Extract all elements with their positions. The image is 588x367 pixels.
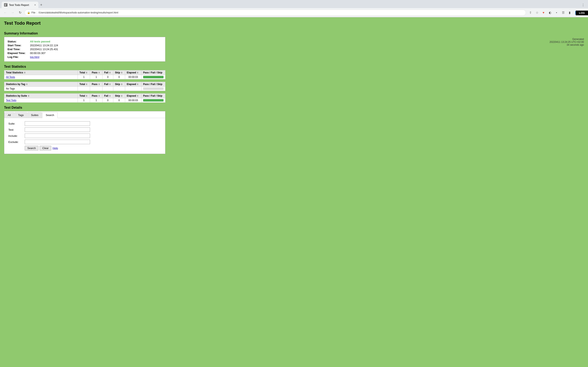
share-button[interactable]: ⇧ (527, 10, 533, 16)
tag-stats-col-bar: Pass / Fail / Skip (141, 82, 165, 87)
test-input[interactable] (25, 127, 90, 132)
no-tags-total (78, 87, 90, 91)
address-text: /Users/abdulwahid/Workspace/todo-automat… (38, 11, 118, 14)
test-todo-total: 1 (78, 98, 90, 103)
exclude-row: Exclude: (8, 140, 161, 144)
suite-stats-col-total: Total ⇕ (78, 94, 90, 98)
total-stats-col-pass: Pass ⇕ (90, 70, 103, 75)
tab-close-button[interactable]: × (34, 3, 36, 7)
test-label: Test: (8, 128, 25, 131)
no-tags-cell: No Tags (4, 87, 78, 91)
suite-stats-col-elapsed: Elapsed ⇕ (125, 94, 141, 98)
search-button[interactable]: Search (25, 146, 38, 150)
summary-end-value: 20220411 13:24:25.431 (30, 48, 58, 51)
test-todo-fail: 0 (103, 98, 113, 103)
summary-start-row: Start Time: 20220411 13:24:22.124 (8, 43, 162, 47)
extension-heart-button[interactable]: ♥ (541, 10, 546, 16)
all-tests-elapsed: 00:00:03 (125, 75, 141, 79)
table-row: Test Todo 1 1 0 0 00:00:03 (4, 98, 165, 103)
browser-menu-icon[interactable]: ⋮ (581, 3, 585, 7)
include-row: Include: (8, 133, 161, 138)
all-tests-link[interactable]: All Tests (4, 75, 78, 79)
page-title: Test Todo Report (4, 21, 41, 26)
page-info-icon[interactable]: 🔒 (27, 11, 30, 14)
suite-input[interactable] (25, 121, 90, 126)
pass-bar-container (143, 87, 164, 90)
profile-button[interactable]: ◐ (547, 10, 553, 16)
total-statistics-table: Total Statistics ⇕ Total ⇕ Pass ⇕ Fail ⇕… (4, 70, 165, 79)
summary-elapsed-value: 00:00:03.307 (30, 52, 45, 55)
extensions-button[interactable]: ☰ (560, 10, 566, 16)
tab-tags[interactable]: Tags (15, 112, 27, 118)
address-bar[interactable]: 🔒 File | /Users/abdulwahid/Workspace/tod… (25, 9, 526, 16)
tag-stats-col-total: Total ⇕ (78, 82, 90, 87)
generated-ago: 34 seconds ago (550, 43, 584, 46)
summary-box: Status: All tests passed Start Time: 202… (4, 37, 165, 62)
generated-label: Generated (550, 38, 584, 41)
tab-bar: Test Todo Report × + ⋮ (0, 0, 588, 8)
include-input[interactable] (25, 133, 90, 138)
test-row: Test: (8, 127, 161, 132)
search-form: Suite: Test: Include: Exclude: Search Cl… (4, 118, 165, 154)
svg-rect-3 (4, 6, 7, 6)
summary-status-row: Status: All tests passed (8, 40, 162, 43)
all-tests-total: 1 (78, 75, 90, 79)
tab-all[interactable]: All (4, 112, 14, 118)
extension-dot-button[interactable]: • (554, 10, 559, 16)
tabs-row: All Tags Suites Search (4, 111, 165, 118)
total-stats-col-total: Total ⇕ (78, 70, 90, 75)
all-tests-skip: 0 (113, 75, 125, 79)
log-button[interactable]: LOG (576, 11, 588, 15)
tab-title: Test Todo Report (9, 3, 29, 7)
suite-label: Suite: (8, 122, 25, 125)
test-todo-link[interactable]: Test Todo (4, 98, 78, 103)
test-details-box: All Tags Suites Search Suite: Test: Incl… (4, 111, 165, 154)
test-todo-pass: 1 (90, 98, 103, 103)
sidebar-button[interactable]: ▮ (567, 10, 572, 16)
suite-stats-col-skip: Skip ⇕ (113, 94, 125, 98)
generated-info: Generated 20220411 13:24:25 UTC+02:00 34… (550, 38, 584, 46)
total-stats-col-bar: Pass / Fail / Skip (141, 70, 165, 75)
summary-status-label: Status: (8, 40, 30, 43)
reload-button[interactable]: ↻ (17, 10, 23, 16)
test-todo-skip: 0 (113, 98, 125, 103)
bookmark-button[interactable]: ☆ (534, 10, 540, 16)
active-tab[interactable]: Test Todo Report × (2, 2, 38, 8)
no-tags-bar (141, 87, 165, 91)
tab-search[interactable]: Search (42, 112, 58, 118)
all-tests-fail: 0 (103, 75, 113, 79)
tag-stats-col-fail: Fail ⇕ (103, 82, 113, 87)
summary-start-label: Start Time: (8, 44, 30, 47)
summary-logfile-label: Log File: (8, 55, 30, 58)
total-stats-col-name: Total Statistics ⇕ (4, 70, 78, 75)
summary-section-title: Summary Information (4, 32, 584, 35)
test-todo-bar (141, 98, 165, 103)
table-row: No Tags (4, 87, 165, 91)
all-tests-pass: 1 (90, 75, 103, 79)
summary-logfile-link[interactable]: log.html (30, 55, 39, 58)
forward-button[interactable]: → (10, 10, 16, 16)
pass-bar-container (143, 99, 164, 101)
summary-end-row: End Time: 20220411 13:24:25.431 (8, 47, 162, 51)
new-tab-button[interactable]: + (38, 2, 44, 8)
svg-rect-1 (4, 4, 7, 4)
browser-toolbar: ← → ↻ 🔒 File | /Users/abdulwahid/Workspa… (0, 8, 588, 17)
exclude-input[interactable] (25, 140, 90, 144)
tab-suites[interactable]: Suites (27, 112, 42, 118)
suite-statistics-table: Statistics by Suite ⇕ Total ⇕ Pass ⇕ Fai… (4, 93, 165, 103)
test-details-section-title: Test Details (4, 106, 584, 109)
no-tags-skip (113, 87, 125, 91)
summary-elapsed-row: Elapsed Time: 00:00:03.307 (8, 51, 162, 55)
no-tags-fail (103, 87, 113, 91)
pass-bar-fill (143, 76, 164, 78)
suite-stats-col-pass: Pass ⇕ (90, 94, 103, 98)
browser-chrome: Test Todo Report × + ⋮ ← → ↻ 🔒 File | /U… (0, 0, 588, 17)
clear-button[interactable]: Clear (40, 146, 51, 150)
back-button[interactable]: ← (2, 10, 8, 16)
tag-stats-col-pass: Pass ⇕ (90, 82, 103, 87)
form-actions: Search Clear Help (8, 146, 161, 150)
page-content: Test Todo Report Generated 20220411 13:2… (0, 17, 588, 367)
suite-stats-col-name: Statistics by Suite ⇕ (4, 94, 78, 98)
suite-stats-col-bar: Pass / Fail / Skip (141, 94, 165, 98)
help-link[interactable]: Help (52, 147, 58, 150)
